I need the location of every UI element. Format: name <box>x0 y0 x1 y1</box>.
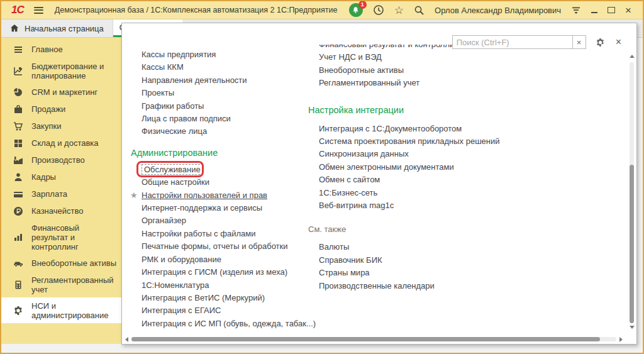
1c-logo-icon[interactable]: 1С <box>11 4 24 16</box>
link-individuals[interactable]: Физические лица <box>131 125 316 138</box>
app-window: 1С Демонстрационная база / 1С:Комплексна… <box>0 0 644 354</box>
hamburger-menu-icon[interactable] <box>34 5 43 15</box>
tab-label: Начальная страница <box>25 24 104 33</box>
sections-sidebar: Главное Бюджетирование и планирование CR… <box>1 38 121 344</box>
sidebar-item-sales[interactable]: Продажи <box>1 101 121 118</box>
minimize-icon <box>591 12 597 13</box>
link-noncurrent-assets[interactable]: Внеоборотные активы <box>308 64 500 77</box>
link-signatories[interactable]: Лица с правом подписи <box>131 113 316 125</box>
bar-chart-icon <box>13 232 23 242</box>
sidebar-item-label: Зарплата <box>31 189 67 199</box>
sidebar-item-treasury[interactable]: Казначейство <box>1 202 121 219</box>
sidebar-item-financial-result[interactable]: Финансовый результат и контроллинг <box>1 219 121 255</box>
scroll-right-arrow[interactable] <box>619 337 623 342</box>
panel-close-button[interactable]: × <box>616 37 621 47</box>
link-electronic-documents[interactable]: Обмен электронными документами <box>308 161 500 174</box>
link-file-settings[interactable]: Настройки работы с файлами <box>131 228 316 240</box>
vertical-scrollbar[interactable] <box>629 55 635 329</box>
link-enterprise-cash-desks[interactable]: Кассы предприятия <box>131 48 316 61</box>
history-button[interactable] <box>373 4 384 16</box>
ruble-coin-icon <box>13 206 23 216</box>
link-data-sync[interactable]: Синхронизация данных <box>308 148 500 160</box>
link-1c-business-network[interactable]: 1С:Бизнес-сеть <box>308 187 500 199</box>
cart-icon <box>13 121 23 131</box>
scroll-up-arrow[interactable] <box>630 55 635 58</box>
link-business-areas[interactable]: Направления деятельности <box>131 74 316 87</box>
link-web-showcase[interactable]: Веб-витрина mag1c <box>308 199 500 212</box>
close-icon: × <box>625 5 631 16</box>
link-regulated-accounting[interactable]: Регламентированный учет <box>308 77 500 89</box>
link-label: Настройки пользователей и прав <box>142 191 267 200</box>
link-egais-integration[interactable]: Интеграция с ЕГАИС <box>131 304 316 317</box>
sidebar-item-crm[interactable]: CRM и маркетинг <box>1 84 121 101</box>
minimize-button[interactable] <box>591 7 597 13</box>
link-ismp-integration[interactable]: Интеграция с ИС МП (обувь, одежда, табак… <box>131 318 316 330</box>
search-icon <box>414 5 425 16</box>
window-title: Демонстрационная база / 1С:Комплексная а… <box>55 6 338 14</box>
titlebar-actions: 1 ☆ Орлов Александр Владимирович × <box>344 3 636 17</box>
sidebar-item-budgeting[interactable]: Бюджетирование и планирование <box>1 58 121 84</box>
section-functions-panel: × × Кассы предприятия Кассы ККМ Направле… <box>121 23 637 345</box>
sidebar-item-label: Внеоборотные активы <box>31 258 116 268</box>
link-user-rights-settings[interactable]: ★ Настройки пользователей и прав <box>131 189 316 202</box>
search-input[interactable] <box>452 35 573 49</box>
panel-controls: × × <box>452 35 621 49</box>
link-rmk-equipment[interactable]: РМК и оборудование <box>131 253 316 266</box>
global-search-button[interactable] <box>414 5 425 16</box>
panel-content: Кассы предприятия Кассы ККМ Направления … <box>122 45 626 334</box>
sidebar-item-production[interactable]: Производство <box>1 152 121 169</box>
sidebar-item-label: НСИ и администрирование <box>31 301 118 320</box>
link-general-settings[interactable]: Общие настройки <box>131 176 316 189</box>
link-vat-foreign-trade[interactable]: Учет НДС и ВЭД <box>308 51 500 64</box>
current-user[interactable]: Орлов Александр Владимирович <box>435 6 561 15</box>
sidebar-item-label: Казначейство <box>31 206 83 216</box>
link-bik-directory[interactable]: Справочник БИК <box>308 254 500 267</box>
scroll-down-arrow[interactable] <box>630 326 635 329</box>
link-design-system[interactable]: Система проектирования прикладных решени… <box>308 135 500 148</box>
link-kkm-cash-desks[interactable]: Кассы ККМ <box>131 61 316 74</box>
sidebar-item-purchasing[interactable]: Закупки <box>1 118 121 135</box>
link-work-schedules[interactable]: Графики работы <box>131 100 316 113</box>
maximize-button[interactable] <box>608 7 615 13</box>
link-maintenance[interactable]: Обслуживание <box>131 163 316 176</box>
link-gism-integration[interactable]: Интеграция с ГИСМ (изделия из меха) <box>131 266 316 279</box>
favorite-star-icon[interactable]: ★ <box>130 189 138 202</box>
scroll-left-arrow[interactable] <box>125 337 128 342</box>
sidebar-item-label: Закупки <box>31 121 61 131</box>
sidebar-item-payroll[interactable]: Зарплата <box>1 185 121 202</box>
link-1c-nomenclature[interactable]: 1С:Номенклатура <box>131 279 316 292</box>
connection-status-button[interactable] <box>571 5 581 15</box>
link-organizer[interactable]: Органайзер <box>131 214 316 227</box>
sidebar-item-hr[interactable]: Кадры <box>1 169 121 185</box>
link-print-forms-reports[interactable]: Печатные формы, отчеты и обработки <box>131 240 316 253</box>
link-site-exchange[interactable]: Обмен с сайтом <box>308 174 500 186</box>
vertical-scroll-thumb[interactable] <box>630 165 634 323</box>
sidebar-item-label: Производство <box>31 155 85 165</box>
sidebar-item-regulated-accounting[interactable]: Регламентированный учет <box>1 272 121 297</box>
search-clear-button[interactable]: × <box>573 35 586 49</box>
sidebar-item-nsi-administration[interactable]: НСИ и администрирование <box>1 297 121 323</box>
panel-settings-button[interactable] <box>596 38 605 47</box>
sidebar-item-fixed-assets[interactable]: Внеоборотные активы <box>1 255 121 272</box>
notification-badge: 1 <box>358 1 367 9</box>
notifications-button[interactable]: 1 <box>349 3 363 17</box>
link-vetis-integration[interactable]: Интеграция с ВетИС (Меркурий) <box>131 292 316 304</box>
bell-icon: 1 <box>349 3 363 17</box>
horizontal-scroll-thumb[interactable] <box>131 337 600 341</box>
gear-icon <box>596 38 605 47</box>
link-1c-document-flow[interactable]: Интеграция с 1С:Документооборотом <box>308 123 500 135</box>
close-window-button[interactable]: × <box>625 5 631 16</box>
sidebar-item-main[interactable]: Главное <box>1 41 121 58</box>
link-production-calendars[interactable]: Производственные календари <box>308 280 500 292</box>
horizontal-scrollbar[interactable] <box>125 336 623 342</box>
sidebar-item-label: Продажи <box>31 104 65 114</box>
link-world-countries[interactable]: Страны мира <box>308 267 500 279</box>
sidebar-item-warehouse[interactable]: Склад и доставка <box>1 135 121 152</box>
link-internet-support[interactable]: Интернет-поддержка и сервисы <box>131 202 316 214</box>
tab-home-page[interactable]: Начальная страница <box>1 19 113 37</box>
car-icon <box>13 258 23 268</box>
link-currencies[interactable]: Валюты <box>308 241 500 253</box>
link-projects[interactable]: Проекты <box>131 87 316 99</box>
sidebar-item-label: Склад и доставка <box>31 138 99 148</box>
favorites-button[interactable]: ☆ <box>394 5 404 16</box>
